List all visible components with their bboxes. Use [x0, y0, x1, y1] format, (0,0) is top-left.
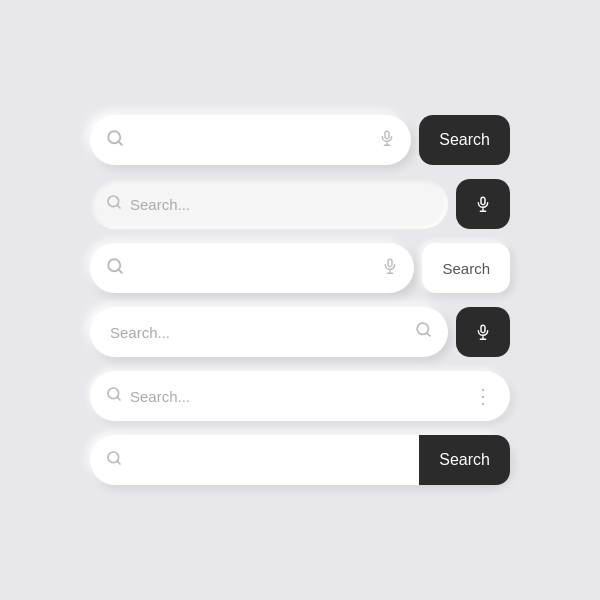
search-row-2 [90, 179, 510, 229]
search-bar-2 [90, 179, 448, 229]
svg-rect-12 [388, 259, 392, 266]
search-icon-4 [415, 321, 432, 343]
search-bar-6 [90, 435, 419, 485]
search-row-6-wrapper: Search [90, 435, 510, 485]
search-icon-1 [106, 129, 124, 152]
svg-rect-2 [385, 131, 389, 138]
dots-icon-5: ⋮ [473, 386, 494, 406]
svg-line-11 [118, 269, 121, 272]
search-icon-2 [106, 194, 122, 215]
search-bar-4 [90, 307, 448, 357]
search-row-4 [90, 307, 510, 357]
search-bars-container: Search Search [70, 95, 530, 505]
mic-button-2[interactable] [456, 179, 510, 229]
svg-rect-17 [481, 325, 485, 332]
mic-icon-1 [379, 129, 395, 152]
search-bar-3 [90, 243, 414, 293]
search-bar-5: ⋮ [90, 371, 510, 421]
search-input-1[interactable] [124, 132, 379, 149]
search-icon-3 [106, 257, 124, 280]
svg-line-1 [118, 141, 121, 144]
search-button-6[interactable]: Search [419, 435, 510, 485]
search-row-6: Search [90, 435, 510, 485]
search-icon-5 [106, 386, 122, 407]
search-input-4[interactable] [106, 324, 415, 341]
svg-line-23 [117, 461, 120, 464]
mic-button-4[interactable] [456, 307, 510, 357]
svg-line-16 [427, 333, 430, 336]
search-button-3[interactable]: Search [422, 243, 510, 293]
mic-icon-3 [382, 257, 398, 280]
search-button-1[interactable]: Search [419, 115, 510, 165]
search-input-6[interactable] [122, 452, 403, 469]
svg-rect-7 [481, 197, 485, 204]
search-row-5: ⋮ [90, 371, 510, 421]
search-bar-1 [90, 115, 411, 165]
svg-line-21 [117, 397, 120, 400]
search-row-3: Search [90, 243, 510, 293]
search-input-2[interactable] [122, 196, 432, 213]
search-input-5[interactable] [122, 388, 473, 405]
search-icon-6 [106, 450, 122, 471]
search-input-3[interactable] [124, 260, 382, 277]
search-row-1: Search [90, 115, 510, 165]
svg-line-6 [117, 205, 120, 208]
